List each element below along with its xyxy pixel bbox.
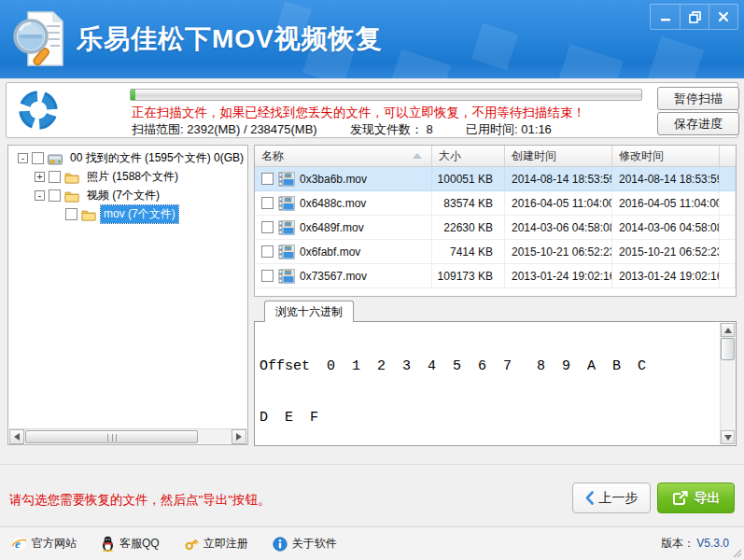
- column-header-size[interactable]: 大小: [432, 146, 505, 166]
- tree-item-mov[interactable]: mov (7个文件): [8, 205, 247, 223]
- file-size: 22630 KB: [432, 216, 505, 239]
- file-name: 0x73567.mov: [300, 270, 367, 283]
- tree-item-label[interactable]: 视频 (7个文件): [84, 187, 162, 204]
- close-icon: [718, 11, 729, 22]
- hex-view-panel: Offset 0 1 2 3 4 5 6 7 8 9 A B C D E F 0…: [254, 321, 737, 446]
- row-checkbox[interactable]: [261, 197, 274, 209]
- app-title: 乐易佳松下MOV视频恢复: [77, 21, 383, 57]
- minimize-button[interactable]: [651, 5, 680, 29]
- scan-progress-fill: [131, 90, 135, 100]
- hex-view-tab[interactable]: 浏览十六进制: [264, 301, 354, 322]
- tree-checkbox[interactable]: [65, 208, 77, 220]
- column-header-name[interactable]: 名称: [255, 146, 432, 166]
- scan-info-line: 扫描范围: 2392(MB) / 238475(MB) 发现文件数： 8 已用时…: [132, 121, 552, 138]
- recover-hint-text: 请勾选您需要恢复的文件，然后点"导出"按钮。: [9, 492, 271, 509]
- tree-item-label-selected[interactable]: mov (7个文件): [101, 205, 178, 223]
- window-controls: [650, 4, 738, 30]
- folder-icon: [64, 189, 79, 203]
- folder-icon: [64, 171, 79, 184]
- file-created: 2015-10-21 06:52:23: [505, 240, 612, 263]
- restore-icon: [689, 11, 701, 23]
- file-modified: 2014-03-06 04:58:08: [612, 216, 720, 239]
- info-icon: [273, 537, 288, 552]
- version-number: V5.3.0: [696, 537, 729, 550]
- table-row[interactable]: 0x3ba6b.mov 100051 KB 2014-08-14 18:53:5…: [255, 167, 736, 191]
- svg-text:e: e: [15, 537, 21, 551]
- qq-icon: [101, 536, 115, 552]
- chevron-left-icon: [585, 491, 594, 505]
- video-file-icon: [278, 245, 295, 259]
- minimize-icon: [660, 11, 671, 22]
- table-row[interactable]: 0x73567.mov 109173 KB 2013-01-24 19:02:1…: [255, 264, 736, 288]
- back-button[interactable]: 上一步: [572, 483, 651, 513]
- column-header-created[interactable]: 创建时间: [505, 146, 612, 166]
- scroll-up-button[interactable]: [721, 323, 735, 337]
- folder-icon: [81, 208, 96, 221]
- scrollbar-thumb[interactable]: [25, 430, 198, 443]
- scroll-down-button[interactable]: [721, 430, 735, 444]
- hex-vertical-scrollbar[interactable]: [720, 323, 735, 444]
- tree-item-label[interactable]: 照片 (1588个文件): [84, 168, 181, 186]
- scanning-spinner-icon: [16, 88, 61, 133]
- scroll-right-button[interactable]: [232, 429, 246, 444]
- file-name: 0x6488c.mov: [300, 197, 366, 210]
- scan-range-label: 扫描范围:: [132, 122, 184, 136]
- sort-asc-icon: [413, 153, 422, 159]
- file-created: 2013-01-24 19:02:16: [505, 264, 612, 287]
- video-file-icon: [278, 172, 295, 187]
- found-files-value: 8: [427, 122, 433, 136]
- scrollbar-thumb[interactable]: [721, 338, 735, 360]
- restore-button[interactable]: [680, 5, 709, 29]
- tree-item-videos[interactable]: - 视频 (7个文件): [8, 187, 247, 204]
- row-checkbox[interactable]: [261, 245, 274, 258]
- tree-item-label[interactable]: 00 找到的文件 (1595个文件) 0(GB): [67, 149, 246, 167]
- video-file-icon: [278, 196, 295, 211]
- scan-message: 正在扫描文件，如果已经找到您丢失的文件，可以立即恢复，不用等待扫描结束！: [132, 105, 585, 121]
- scan-progress-bar: [130, 89, 642, 101]
- collapse-toggle[interactable]: -: [35, 190, 45, 201]
- table-row[interactable]: 0x6489f.mov 22630 KB 2014-03-06 04:58:08…: [255, 216, 736, 240]
- export-button[interactable]: 导出: [657, 483, 735, 513]
- scan-status-panel: 正在扫描文件，如果已经找到您丢失的文件，可以立即恢复，不用等待扫描结束！ 扫描范…: [6, 82, 738, 138]
- file-list-panel: 名称 大小 创建时间 修改时间 0x3ba6b.mov 100051 KB 20…: [254, 145, 737, 297]
- expander-placeholder: [51, 209, 62, 219]
- file-name: 0x3ba6b.mov: [300, 173, 367, 186]
- file-name: 0x6fabf.mov: [300, 245, 360, 259]
- register-link[interactable]: 立即注册: [184, 536, 248, 552]
- file-modified: 2013-01-24 19:02:16: [612, 264, 720, 287]
- tree-horizontal-scrollbar[interactable]: [9, 428, 246, 443]
- row-checkbox[interactable]: [261, 221, 274, 233]
- file-size: 109173 KB: [432, 264, 505, 287]
- tree-item-photos[interactable]: + 照片 (1588个文件): [8, 168, 247, 186]
- file-modified: 2014-08-14 18:53:59: [612, 167, 720, 190]
- collapse-toggle[interactable]: -: [18, 153, 28, 163]
- version-info: 版本：V5.3.0: [661, 527, 729, 559]
- official-site-link[interactable]: e 官方网站: [11, 536, 77, 552]
- table-row[interactable]: 0x6488c.mov 83574 KB 2016-04-05 11:04:00…: [255, 191, 736, 216]
- column-header-modified[interactable]: 修改时间: [612, 146, 720, 166]
- column-header-filler: [720, 146, 736, 166]
- row-checkbox[interactable]: [261, 270, 274, 282]
- file-size: 83574 KB: [432, 191, 505, 215]
- tree-checkbox[interactable]: [32, 152, 44, 164]
- hex-content: Offset 0 1 2 3 4 5 6 7 8 9 A B C D E F 0…: [260, 324, 717, 443]
- table-row[interactable]: 0x6fabf.mov 7414 KB 2015-10-21 06:52:23 …: [255, 240, 736, 264]
- about-link[interactable]: 关于软件: [273, 536, 337, 552]
- tree-checkbox[interactable]: [49, 171, 61, 183]
- save-progress-button[interactable]: 保存进度: [657, 112, 739, 135]
- tree-item-root[interactable]: - 00 找到的文件 (1595个文件) 0(GB): [8, 149, 247, 167]
- video-file-icon: [278, 269, 295, 284]
- support-qq-link[interactable]: 客服QQ: [101, 536, 160, 552]
- resize-grip[interactable]: [731, 547, 742, 558]
- file-size: 100051 KB: [432, 167, 505, 190]
- ie-icon: e: [11, 536, 27, 552]
- expand-toggle[interactable]: +: [35, 172, 45, 182]
- close-button[interactable]: [709, 5, 737, 29]
- file-name: 0x6489f.mov: [300, 221, 364, 234]
- pause-scan-button[interactable]: 暂停扫描: [657, 87, 739, 110]
- folder-tree-panel: - 00 找到的文件 (1595个文件) 0(GB) + 照片 (1588个文件: [7, 145, 248, 445]
- tree-checkbox[interactable]: [49, 189, 61, 202]
- found-files-label: 发现文件数：: [350, 122, 423, 136]
- scroll-left-button[interactable]: [9, 429, 24, 444]
- row-checkbox[interactable]: [261, 173, 274, 185]
